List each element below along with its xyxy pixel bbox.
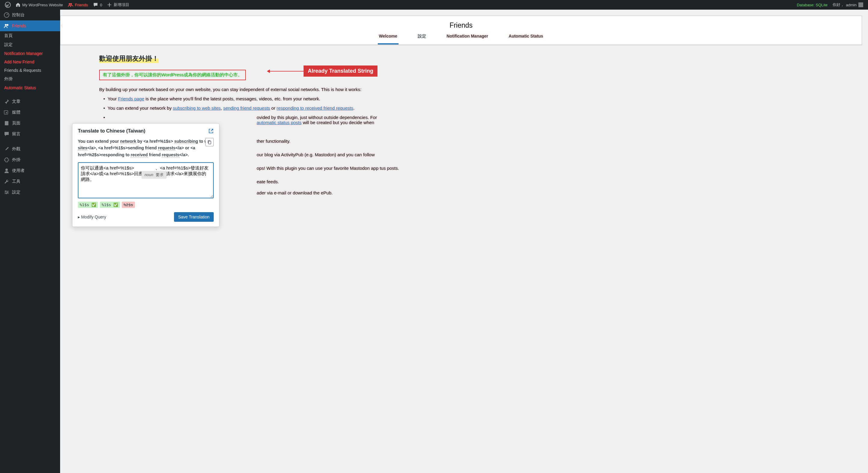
comments-link[interactable]: 0: [90, 0, 104, 10]
svg-point-8: [5, 168, 8, 171]
submenu-notification[interactable]: Notification Manager: [0, 49, 60, 58]
admin-bar: My WordPress Website Friends 0 新增項目 Data…: [0, 0, 868, 10]
groups-icon: [4, 23, 10, 29]
page-icon: [4, 120, 10, 126]
source-string: You can extend your network by <a href=%…: [78, 138, 214, 158]
list-item: Your Friends page is the place where you…: [103, 96, 832, 101]
submenu-friends-requests[interactable]: Friends & Requests: [0, 66, 60, 74]
placeholder-badge: %2$s: [122, 202, 135, 208]
site-name-link[interactable]: My WordPress Website: [13, 0, 65, 10]
placeholder-badge: %1$s ✅: [100, 202, 120, 208]
list-item: You can extend your network by subscribi…: [103, 105, 832, 111]
menu-tools[interactable]: 工具: [0, 176, 60, 187]
comment-icon: [4, 131, 10, 137]
menu-users[interactable]: 使用者: [0, 165, 60, 176]
translation-input[interactable]: [78, 162, 214, 198]
sliders-icon: [4, 189, 10, 195]
svg-rect-12: [209, 141, 211, 144]
annotation-label: Already Translated String: [304, 65, 377, 76]
menu-posts[interactable]: 文章: [0, 96, 60, 107]
translated-string-box: 有了這個外掛，你可以讓你的WordPress成為你的網絡活動的中心市。: [99, 70, 246, 80]
user-icon: [4, 168, 10, 174]
friends-page-link[interactable]: Friends page: [118, 96, 144, 101]
menu-appearance[interactable]: 外觀: [0, 144, 60, 154]
translation-popup: Translate to Chinese (Taiwan) You can ex…: [72, 123, 219, 209]
svg-rect-7: [5, 121, 8, 125]
pin-icon: [4, 99, 10, 104]
glossary-hint: noun要求: [142, 171, 166, 179]
tab-bar: Welcome 設定 Notification Manager Automati…: [60, 31, 862, 45]
send-request-link[interactable]: sending friend requests: [223, 105, 270, 111]
menu-comments[interactable]: 留言: [0, 129, 60, 139]
copy-button[interactable]: [205, 138, 214, 146]
submenu-add-friend[interactable]: Add New Friend: [0, 58, 60, 66]
wrench-icon: [4, 179, 10, 185]
new-content-link[interactable]: 新增項目: [104, 0, 132, 10]
placeholder-checks: %1$s ✅ %1$s ✅ %2$s: [78, 202, 214, 208]
popup-title: Translate to Chinese (Taiwan): [78, 128, 146, 134]
welcome-heading: 歡迎使用朋友外掛！: [99, 54, 159, 63]
brush-icon: [4, 146, 10, 152]
menu-pages[interactable]: 頁面: [0, 118, 60, 129]
menu-media[interactable]: 媒體: [0, 107, 60, 118]
tab-welcome[interactable]: Welcome: [378, 31, 399, 44]
respond-request-link[interactable]: responding to received friend requests: [277, 105, 353, 111]
avatar: [858, 2, 863, 7]
plugin-icon: [4, 157, 10, 163]
database-indicator[interactable]: Database: SQLite: [794, 0, 830, 10]
svg-point-9: [5, 191, 6, 192]
dashboard-icon: [4, 12, 10, 18]
intro-paragraph: By building up your network based on you…: [99, 87, 832, 92]
account-link[interactable]: 你好，admin: [830, 0, 866, 10]
page-title: Friends: [60, 16, 862, 31]
submenu-plugins[interactable]: 外掛: [0, 74, 60, 84]
auto-status-link[interactable]: automatic status posts: [257, 120, 302, 125]
media-icon: [4, 109, 10, 116]
svg-point-4: [5, 24, 7, 26]
placeholder-badge: %1$s ✅: [78, 202, 98, 208]
arrow-icon: [268, 71, 304, 71]
svg-point-5: [7, 24, 8, 26]
admin-sidebar: 控制台 Friends 首頁 設定 Notification Manager A…: [0, 10, 60, 209]
tab-notification[interactable]: Notification Manager: [445, 31, 489, 44]
adminbar-friends[interactable]: Friends: [65, 0, 90, 10]
tab-auto-status[interactable]: Automatic Status: [507, 31, 544, 44]
svg-point-10: [7, 192, 8, 193]
menu-dashboard[interactable]: 控制台: [0, 10, 60, 21]
submenu-settings[interactable]: 設定: [0, 40, 60, 49]
subscribe-link[interactable]: subscribing to web sites: [173, 105, 221, 111]
svg-point-1: [69, 3, 70, 5]
submenu-home[interactable]: 首頁: [0, 31, 60, 40]
menu-friends[interactable]: Friends: [0, 21, 60, 31]
annotation: Already Translated String: [268, 65, 377, 76]
svg-point-11: [6, 193, 7, 194]
svg-point-2: [70, 3, 72, 5]
submenu-auto-status[interactable]: Automatic Status: [0, 84, 60, 92]
menu-settings[interactable]: 設定: [0, 187, 60, 198]
wp-logo[interactable]: [2, 0, 13, 10]
menu-plugins[interactable]: 外掛: [0, 154, 60, 165]
tab-settings[interactable]: 設定: [416, 31, 427, 44]
open-external-icon[interactable]: [208, 128, 214, 134]
